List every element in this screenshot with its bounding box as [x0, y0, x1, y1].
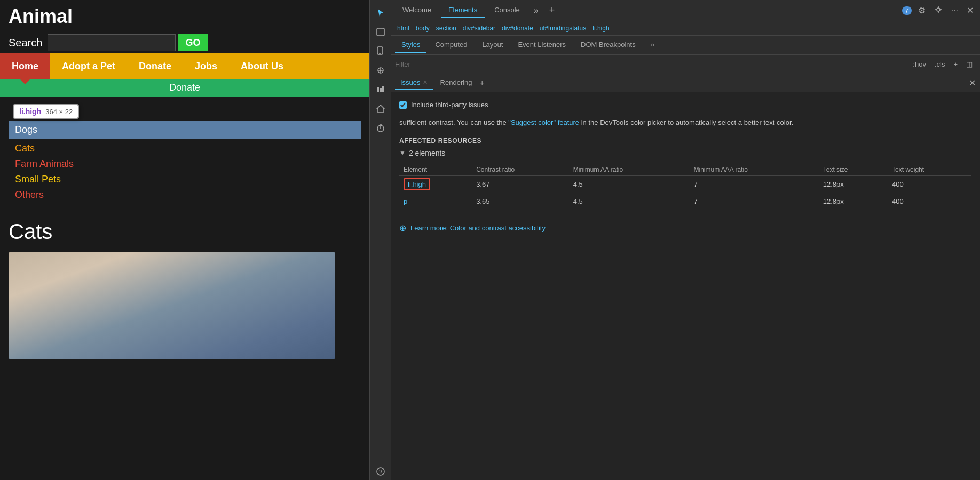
issues-add-tab-btn[interactable]: +	[480, 78, 485, 88]
timer-icon-btn[interactable]	[372, 119, 389, 137]
cursor-icon-btn[interactable]	[372, 4, 389, 21]
inspect-icon-btn[interactable]	[372, 23, 389, 41]
elements-summary[interactable]: ▼ 2 elements	[399, 149, 971, 157]
filter-bar-right: :hov .cls + ◫	[910, 59, 976, 69]
filter-toggle-btn[interactable]: ◫	[963, 59, 976, 69]
issues-tab-bar: Issues ✕ Rendering + ✕	[391, 74, 980, 92]
breadcrumb-li-high[interactable]: li.high	[590, 23, 611, 33]
svg-text:?: ?	[379, 469, 382, 475]
row1-text-size: 12.8px	[819, 175, 888, 193]
row2-min-aa: 4.5	[569, 193, 690, 210]
contrast-text-2: in the DevTools color picker to automati…	[579, 118, 793, 126]
tab-console[interactable]: Console	[487, 3, 527, 18]
home-icon-btn[interactable]	[372, 100, 389, 117]
nav-jobs[interactable]: Jobs	[183, 53, 229, 79]
website-panel: Animal Search GO Home Adopt a Pet Donate…	[0, 0, 369, 480]
issues-close-btn[interactable]: ✕	[969, 78, 976, 88]
sub-tab-layout[interactable]: Layout	[476, 37, 509, 53]
p-link[interactable]: p	[404, 197, 407, 205]
svg-rect-8	[382, 86, 384, 92]
row2-min-aaa: 7	[689, 193, 818, 210]
sub-tab-event-listeners[interactable]: Event Listeners	[511, 37, 572, 53]
elements-count: 2 elements	[409, 149, 445, 157]
performance-icon-btn[interactable]	[372, 81, 389, 98]
suggest-color-link[interactable]: "Suggest color" feature	[508, 118, 579, 126]
breadcrumb-div-sidebar[interactable]: div#sidebar	[461, 23, 497, 33]
cat-image-background	[9, 252, 335, 359]
sidebar-dogs[interactable]: Dogs	[9, 121, 361, 139]
nav-home[interactable]: Home	[0, 53, 50, 79]
more-tabs-icon[interactable]: »	[529, 6, 543, 15]
breadcrumb-ul-fundingstatus[interactable]: ul#fundingstatus	[538, 23, 588, 33]
sidebar-small-pets[interactable]: Small Pets	[9, 172, 361, 187]
devtools-header-icons: 7 ⚙ ··· ✕	[902, 4, 976, 17]
nav-about[interactable]: About Us	[229, 53, 295, 79]
breadcrumb-div-donate[interactable]: div#donate	[500, 23, 535, 33]
col-element: Element	[399, 164, 472, 176]
sub-tab-computed[interactable]: Computed	[429, 37, 473, 53]
ellipsis-icon-btn[interactable]: ···	[949, 5, 960, 17]
network-icon-btn[interactable]	[932, 4, 945, 17]
filter-hov-btn[interactable]: :hov	[910, 59, 929, 69]
affected-resources-title: AFFECTED RESOURCES	[399, 137, 971, 145]
third-party-row: Include third-party issues	[399, 101, 971, 109]
go-button[interactable]: GO	[178, 34, 208, 51]
devtools-icon-sidebar: ?	[369, 0, 391, 480]
breadcrumb-html[interactable]: html	[395, 23, 412, 33]
contrast-text-1: sufficient contrast. You can use the	[399, 118, 508, 126]
sidebar-others[interactable]: Others	[9, 187, 361, 203]
filter-input[interactable]	[395, 60, 905, 68]
breadcrumb-bar: html body section div#sidebar div#donate…	[391, 21, 980, 36]
issues-tab-close-btn[interactable]: ✕	[423, 79, 428, 86]
site-header: Animal Search GO	[0, 0, 369, 53]
breadcrumb-section[interactable]: section	[434, 23, 459, 33]
row2-contrast-ratio: 3.65	[472, 193, 569, 210]
sub-tab-more[interactable]: »	[644, 37, 661, 53]
help-icon-btn[interactable]: ?	[372, 463, 389, 480]
sub-tabs-bar: Styles Computed Layout Event Listeners D…	[391, 36, 980, 55]
row1-min-aa: 4.5	[569, 175, 690, 193]
tab-welcome[interactable]: Welcome	[395, 3, 439, 18]
donate-banner[interactable]: Donate	[0, 79, 369, 97]
third-party-label[interactable]: Include third-party issues	[411, 101, 488, 109]
sidebar-farm[interactable]: Farm Animals	[9, 156, 361, 172]
table-row: p 3.65 4.5 7 12.8px 400	[399, 193, 971, 210]
filter-bar: :hov .cls + ◫	[391, 55, 980, 74]
li-high-link[interactable]: li.high	[404, 178, 430, 190]
search-input[interactable]	[48, 34, 176, 51]
tab-elements[interactable]: Elements	[441, 3, 485, 18]
row1-min-aaa: 7	[689, 175, 818, 193]
row2-element: p	[399, 193, 472, 210]
nav-adopt[interactable]: Adopt a Pet	[50, 53, 127, 79]
cats-heading: Cats	[9, 220, 361, 244]
contrast-table: Element Contrast ratio Minimum AA ratio …	[399, 164, 971, 210]
devtools-tab-bar: Welcome Elements Console » + 7 ⚙ ··· ✕	[391, 0, 980, 21]
learn-more-link[interactable]: Learn more: Color and contrast accessibi…	[410, 224, 546, 232]
table-container: Element Contrast ratio Minimum AA ratio …	[399, 164, 971, 210]
third-party-checkbox[interactable]	[399, 101, 407, 109]
cat-image	[9, 252, 335, 359]
issues-tab[interactable]: Issues ✕	[395, 76, 433, 90]
row1-element: li.high	[399, 175, 472, 193]
issues-tab-label: Issues	[400, 78, 421, 86]
contrast-description: sufficient contrast. You can use the "Su…	[399, 117, 971, 129]
tooltip-dimensions: 364 × 22	[45, 108, 73, 116]
sidebar-cats[interactable]: Cats	[9, 141, 361, 156]
issues-badge[interactable]: 7	[902, 6, 912, 15]
rendering-tab[interactable]: Rendering	[435, 76, 478, 90]
breadcrumb-body[interactable]: body	[414, 23, 432, 33]
expand-triangle-icon: ▼	[399, 149, 406, 157]
device-icon-btn[interactable]	[372, 43, 389, 60]
tooltip-tag: li.high	[19, 107, 41, 116]
sub-tab-styles[interactable]: Styles	[395, 37, 426, 53]
col-contrast-ratio: Contrast ratio	[472, 164, 569, 176]
nav-donate[interactable]: Donate	[127, 53, 183, 79]
add-tab-icon[interactable]: +	[545, 5, 559, 16]
filter-add-btn[interactable]: +	[950, 59, 961, 69]
settings-icon-btn[interactable]: ⚙	[916, 4, 928, 17]
filter-cls-btn[interactable]: .cls	[931, 59, 949, 69]
sidebar-content: Dogs Cats Farm Animals Small Pets Others	[0, 113, 369, 211]
bug-icon-btn[interactable]	[372, 62, 389, 79]
sub-tab-dom-breakpoints[interactable]: DOM Breakpoints	[574, 37, 642, 53]
close-devtools-btn[interactable]: ✕	[965, 4, 976, 17]
